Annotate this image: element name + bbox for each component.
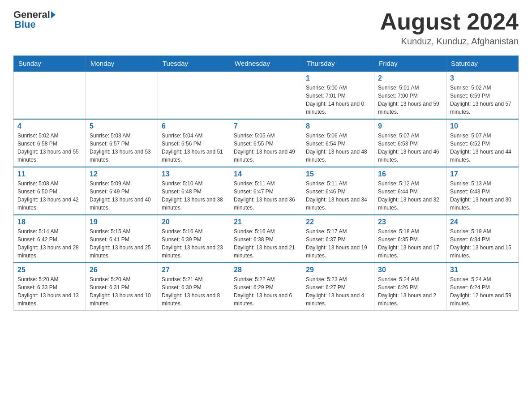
day-info: Sunrise: 5:12 AMSunset: 6:44 PMDaylight:… xyxy=(378,180,442,212)
day-info: Sunrise: 5:08 AMSunset: 6:50 PMDaylight:… xyxy=(17,180,82,212)
day-number: 20 xyxy=(162,218,226,226)
day-info: Sunrise: 5:24 AMSunset: 6:24 PMDaylight:… xyxy=(450,275,515,308)
day-info: Sunrise: 5:02 AMSunset: 6:59 PMDaylight:… xyxy=(450,84,515,116)
calendar-cell: 29Sunrise: 5:23 AMSunset: 6:27 PMDayligh… xyxy=(302,263,374,311)
week-row-5: 25Sunrise: 5:20 AMSunset: 6:33 PMDayligh… xyxy=(14,263,519,311)
day-number: 30 xyxy=(378,266,442,274)
calendar-cell: 20Sunrise: 5:16 AMSunset: 6:39 PMDayligh… xyxy=(158,215,230,263)
day-info: Sunrise: 5:19 AMSunset: 6:34 PMDaylight:… xyxy=(450,227,515,260)
calendar-cell: 28Sunrise: 5:22 AMSunset: 6:29 PMDayligh… xyxy=(230,263,302,311)
day-number: 12 xyxy=(90,170,154,178)
logo-arrow-icon xyxy=(51,11,56,18)
day-number: 19 xyxy=(90,218,154,226)
weekday-header-row: SundayMondayTuesdayWednesdayThursdayFrid… xyxy=(14,56,519,72)
day-info: Sunrise: 5:14 AMSunset: 6:42 PMDaylight:… xyxy=(17,227,82,260)
calendar-cell: 13Sunrise: 5:10 AMSunset: 6:48 PMDayligh… xyxy=(158,167,230,215)
title-section: August 2024 Kunduz, Kunduz, Afghanistan xyxy=(380,9,519,47)
week-row-4: 18Sunrise: 5:14 AMSunset: 6:42 PMDayligh… xyxy=(14,215,519,263)
day-info: Sunrise: 5:11 AMSunset: 6:47 PMDaylight:… xyxy=(234,180,298,212)
calendar-cell: 14Sunrise: 5:11 AMSunset: 6:47 PMDayligh… xyxy=(230,167,302,215)
day-number: 23 xyxy=(378,218,442,226)
week-row-3: 11Sunrise: 5:08 AMSunset: 6:50 PMDayligh… xyxy=(14,167,519,215)
calendar-cell: 15Sunrise: 5:11 AMSunset: 6:46 PMDayligh… xyxy=(302,167,374,215)
day-number: 28 xyxy=(234,266,298,274)
day-info: Sunrise: 5:04 AMSunset: 6:56 PMDaylight:… xyxy=(162,132,226,164)
day-number: 3 xyxy=(450,74,515,82)
day-number: 10 xyxy=(450,122,515,130)
day-number: 18 xyxy=(17,218,82,226)
day-info: Sunrise: 5:20 AMSunset: 6:33 PMDaylight:… xyxy=(17,275,82,308)
day-number: 2 xyxy=(378,74,442,82)
day-number: 9 xyxy=(378,122,442,130)
calendar-cell: 24Sunrise: 5:19 AMSunset: 6:34 PMDayligh… xyxy=(446,215,519,263)
weekday-header-wednesday: Wednesday xyxy=(230,56,302,72)
page-header: General Blue August 2024 Kunduz, Kunduz,… xyxy=(13,9,519,47)
weekday-header-monday: Monday xyxy=(86,56,158,72)
weekday-header-thursday: Thursday xyxy=(302,56,374,72)
day-number: 7 xyxy=(234,122,298,130)
weekday-header-saturday: Saturday xyxy=(446,56,519,72)
day-info: Sunrise: 5:05 AMSunset: 6:55 PMDaylight:… xyxy=(234,132,298,164)
day-info: Sunrise: 5:15 AMSunset: 6:41 PMDaylight:… xyxy=(90,227,154,260)
day-number: 15 xyxy=(306,170,370,178)
calendar-cell: 26Sunrise: 5:20 AMSunset: 6:31 PMDayligh… xyxy=(86,263,158,311)
day-info: Sunrise: 5:24 AMSunset: 6:26 PMDaylight:… xyxy=(378,275,442,308)
calendar-table: SundayMondayTuesdayWednesdayThursdayFrid… xyxy=(13,56,519,311)
calendar-cell: 5Sunrise: 5:03 AMSunset: 6:57 PMDaylight… xyxy=(86,119,158,167)
day-number: 22 xyxy=(306,218,370,226)
calendar-cell: 7Sunrise: 5:05 AMSunset: 6:55 PMDaylight… xyxy=(230,119,302,167)
day-info: Sunrise: 5:17 AMSunset: 6:37 PMDaylight:… xyxy=(306,227,370,260)
calendar-cell: 4Sunrise: 5:02 AMSunset: 6:58 PMDaylight… xyxy=(14,119,86,167)
calendar-cell xyxy=(86,71,158,119)
day-info: Sunrise: 5:22 AMSunset: 6:29 PMDaylight:… xyxy=(234,275,298,308)
calendar-cell: 3Sunrise: 5:02 AMSunset: 6:59 PMDaylight… xyxy=(446,71,519,119)
day-number: 1 xyxy=(306,74,370,82)
calendar-cell xyxy=(14,71,86,119)
day-number: 31 xyxy=(450,266,515,274)
day-number: 14 xyxy=(234,170,298,178)
day-info: Sunrise: 5:16 AMSunset: 6:38 PMDaylight:… xyxy=(234,227,298,260)
calendar-cell xyxy=(230,71,302,119)
day-info: Sunrise: 5:18 AMSunset: 6:35 PMDaylight:… xyxy=(378,227,442,260)
calendar-cell: 9Sunrise: 5:07 AMSunset: 6:53 PMDaylight… xyxy=(374,119,446,167)
day-number: 13 xyxy=(162,170,226,178)
day-info: Sunrise: 5:07 AMSunset: 6:53 PMDaylight:… xyxy=(378,132,442,164)
day-info: Sunrise: 5:09 AMSunset: 6:49 PMDaylight:… xyxy=(90,180,154,212)
day-number: 4 xyxy=(17,122,82,130)
calendar-cell: 18Sunrise: 5:14 AMSunset: 6:42 PMDayligh… xyxy=(14,215,86,263)
day-info: Sunrise: 5:03 AMSunset: 6:57 PMDaylight:… xyxy=(90,132,154,164)
day-number: 17 xyxy=(450,170,515,178)
calendar-cell: 31Sunrise: 5:24 AMSunset: 6:24 PMDayligh… xyxy=(446,263,519,311)
calendar-cell: 11Sunrise: 5:08 AMSunset: 6:50 PMDayligh… xyxy=(14,167,86,215)
calendar-cell: 17Sunrise: 5:13 AMSunset: 6:43 PMDayligh… xyxy=(446,167,519,215)
day-info: Sunrise: 5:20 AMSunset: 6:31 PMDaylight:… xyxy=(90,275,154,308)
day-info: Sunrise: 5:11 AMSunset: 6:46 PMDaylight:… xyxy=(306,180,370,212)
day-number: 5 xyxy=(90,122,154,130)
calendar-cell: 6Sunrise: 5:04 AMSunset: 6:56 PMDaylight… xyxy=(158,119,230,167)
day-info: Sunrise: 5:13 AMSunset: 6:43 PMDaylight:… xyxy=(450,180,515,212)
calendar-cell: 8Sunrise: 5:06 AMSunset: 6:54 PMDaylight… xyxy=(302,119,374,167)
day-number: 25 xyxy=(17,266,82,274)
day-info: Sunrise: 5:07 AMSunset: 6:52 PMDaylight:… xyxy=(450,132,515,164)
day-info: Sunrise: 5:21 AMSunset: 6:30 PMDaylight:… xyxy=(162,275,226,308)
day-number: 6 xyxy=(162,122,226,130)
day-number: 16 xyxy=(378,170,442,178)
calendar-cell: 19Sunrise: 5:15 AMSunset: 6:41 PMDayligh… xyxy=(86,215,158,263)
calendar-cell: 23Sunrise: 5:18 AMSunset: 6:35 PMDayligh… xyxy=(374,215,446,263)
day-number: 11 xyxy=(17,170,82,178)
calendar-cell: 10Sunrise: 5:07 AMSunset: 6:52 PMDayligh… xyxy=(446,119,519,167)
calendar-cell: 21Sunrise: 5:16 AMSunset: 6:38 PMDayligh… xyxy=(230,215,302,263)
logo: General Blue xyxy=(13,9,56,30)
logo-blue: Blue xyxy=(13,19,36,30)
week-row-2: 4Sunrise: 5:02 AMSunset: 6:58 PMDaylight… xyxy=(14,119,519,167)
day-info: Sunrise: 5:00 AMSunset: 7:01 PMDaylight:… xyxy=(306,84,370,116)
week-row-1: 1Sunrise: 5:00 AMSunset: 7:01 PMDaylight… xyxy=(14,71,519,119)
day-number: 8 xyxy=(306,122,370,130)
weekday-header-tuesday: Tuesday xyxy=(158,56,230,72)
calendar-cell: 16Sunrise: 5:12 AMSunset: 6:44 PMDayligh… xyxy=(374,167,446,215)
calendar-cell xyxy=(158,71,230,119)
day-info: Sunrise: 5:02 AMSunset: 6:58 PMDaylight:… xyxy=(17,132,82,164)
calendar-cell: 25Sunrise: 5:20 AMSunset: 6:33 PMDayligh… xyxy=(14,263,86,311)
day-number: 26 xyxy=(90,266,154,274)
calendar-cell: 30Sunrise: 5:24 AMSunset: 6:26 PMDayligh… xyxy=(374,263,446,311)
